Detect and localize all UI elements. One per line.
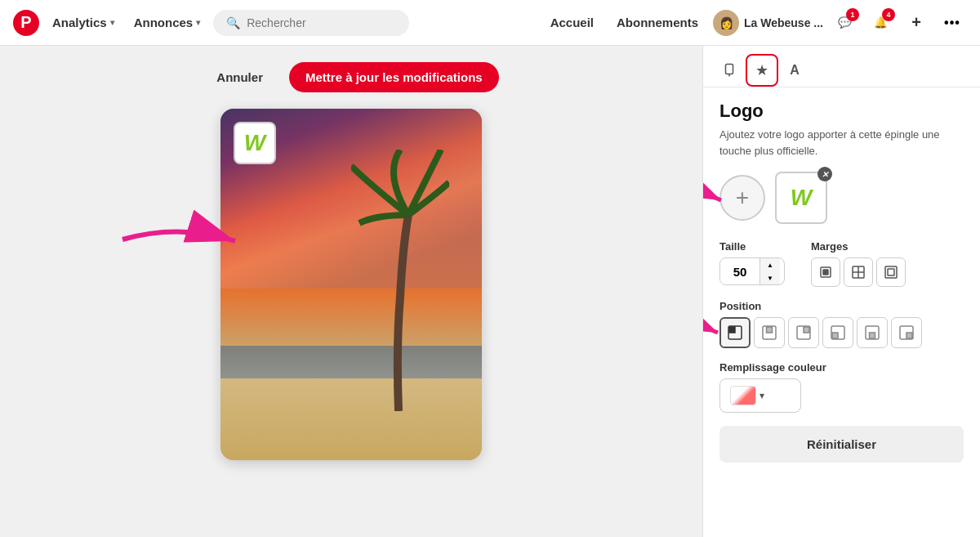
annonces-chevron-icon: ▾ (196, 18, 200, 27)
star-icon-button[interactable]: ★ (746, 54, 778, 87)
svg-rect-1 (726, 65, 733, 74)
svg-rect-14 (767, 327, 773, 333)
search-input[interactable] (247, 16, 396, 29)
pos-top-left-button[interactable] (719, 317, 751, 348)
size-arrows: ▲ ▼ (760, 258, 780, 284)
annuler-button[interactable]: Annuler (203, 62, 276, 92)
size-input[interactable] (720, 260, 760, 284)
pos-top-right-button[interactable] (788, 317, 819, 348)
marge-center-button[interactable] (844, 257, 873, 287)
logo-preview: W ✕ (775, 172, 827, 224)
marge-inner-button[interactable] (811, 257, 840, 287)
notifications-button[interactable]: 🔔 4 (866, 8, 895, 38)
more-options-button[interactable]: ••• (938, 8, 967, 38)
text-icon: A (790, 63, 800, 78)
update-button[interactable]: Mettre à jour les modifications (289, 62, 499, 92)
more-icon: ••• (944, 16, 960, 30)
svg-rect-22 (906, 333, 912, 338)
remplissage-section: Remplissage couleur ▾ (719, 361, 964, 413)
search-bar: 🔍 (213, 10, 409, 36)
svg-rect-5 (823, 270, 828, 275)
taille-marges-row: Taille ▲ ▼ Marges (719, 240, 964, 287)
analytics-label: Analytics (52, 16, 107, 29)
arrow-to-logo-icon (114, 207, 245, 272)
reinitialiser-button[interactable]: Réinitialiser (719, 426, 964, 463)
pos-bottom-right-button[interactable] (891, 317, 922, 348)
avatar: 👩 (713, 10, 739, 36)
pos-bottom-left-button[interactable] (822, 317, 853, 348)
messages-badge: 1 (846, 8, 859, 21)
search-icon: 🔍 (226, 16, 240, 29)
pinterest-logo[interactable]: P (13, 10, 39, 36)
marges-label: Marges (811, 240, 906, 253)
user-name: La Webeuse ... (744, 16, 823, 29)
accueil-nav[interactable]: Accueil (542, 11, 602, 34)
position-grid (719, 317, 964, 348)
color-chevron-icon: ▾ (760, 390, 764, 401)
editor-toolbar: Annuler Mettre à jour les modifications (203, 62, 498, 92)
svg-rect-20 (870, 333, 875, 338)
logo-remove-button[interactable]: ✕ (817, 167, 832, 181)
messages-button[interactable]: 💬 1 (830, 8, 859, 38)
color-picker-button[interactable]: ▾ (719, 378, 801, 413)
marge-outer-button[interactable] (876, 257, 906, 287)
size-down-button[interactable]: ▼ (760, 271, 780, 284)
panel-title: Logo (719, 101, 964, 122)
editor-area: Annuler Mettre à jour les modifications (0, 46, 702, 537)
panel-content: Logo Ajoutez votre logo apporter à cette… (703, 87, 980, 476)
pin-icon-button[interactable] (713, 54, 746, 87)
pinterest-logo-text: P (20, 13, 31, 32)
palm-tree-image (351, 150, 449, 411)
annonces-label: Annonces (134, 16, 194, 29)
size-input-wrap: ▲ ▼ (719, 257, 785, 285)
plus-icon: + (736, 185, 749, 211)
position-section: Position (719, 300, 964, 348)
user-menu[interactable]: 👩 La Webeuse ... (713, 10, 823, 36)
svg-rect-12 (729, 327, 735, 333)
remplissage-label: Remplissage couleur (719, 361, 964, 374)
marges-buttons (811, 257, 906, 287)
analytics-chevron-icon: ▾ (110, 18, 114, 27)
logo-on-pin: W (234, 122, 276, 164)
size-up-button[interactable]: ▲ (760, 258, 780, 271)
abonnements-nav[interactable]: Abonnements (608, 11, 706, 34)
panel-icons-row: ★ A (703, 46, 980, 87)
abonnements-label: Abonnements (617, 16, 698, 29)
add-button[interactable]: + (902, 8, 931, 38)
panel-description: Ajoutez votre logo apporter à cette épin… (719, 127, 964, 159)
annonces-nav[interactable]: Annonces ▾ (127, 11, 207, 34)
accueil-label: Accueil (550, 16, 594, 29)
color-swatch (730, 386, 756, 405)
svg-rect-18 (832, 333, 838, 338)
position-label: Position (719, 300, 964, 312)
arrow-to-add-icon (702, 180, 728, 221)
text-icon-button[interactable]: A (778, 54, 811, 87)
pos-top-center-button[interactable] (754, 317, 785, 348)
pin-canvas: W (220, 109, 482, 460)
logo-slot-row: + W ✕ (719, 172, 964, 224)
right-panel: ★ A Logo Ajoutez votre logo apporter à c… (702, 46, 980, 537)
svg-rect-16 (804, 327, 809, 333)
pos-bottom-center-button[interactable] (857, 317, 888, 348)
star-icon: ★ (755, 61, 768, 79)
taille-label: Taille (719, 240, 785, 253)
add-icon: + (911, 13, 921, 32)
svg-rect-9 (885, 266, 897, 278)
analytics-nav[interactable]: Analytics ▾ (46, 11, 121, 34)
arrow-to-position-icon (702, 312, 724, 353)
notifications-badge: 4 (882, 8, 895, 21)
svg-rect-10 (888, 269, 894, 275)
